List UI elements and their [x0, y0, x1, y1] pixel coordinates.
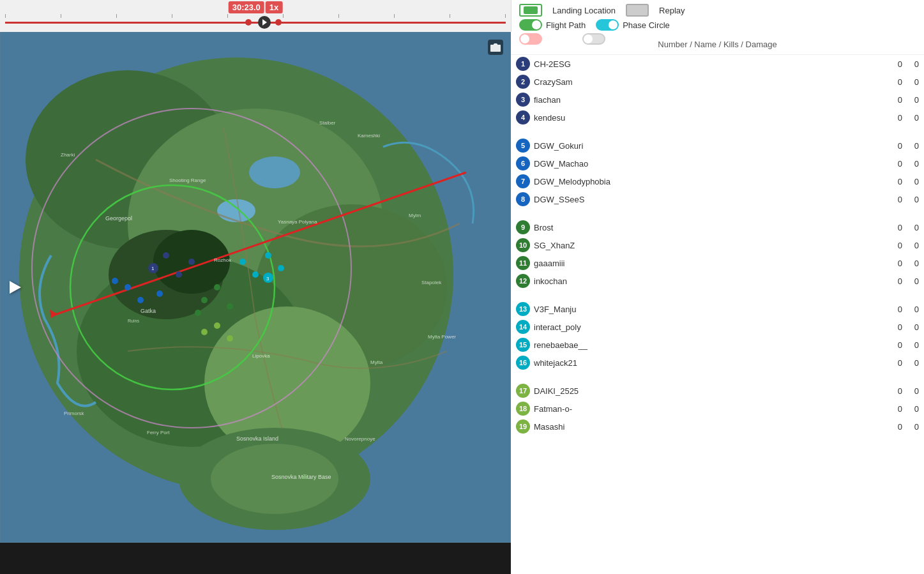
flight-path-toggle[interactable]	[519, 19, 542, 31]
timeline-track[interactable]	[5, 17, 506, 28]
player-name: DGW_Machao	[534, 159, 886, 169]
tick-4	[172, 14, 172, 18]
player-row[interactable]: 13V3F_Manju00	[511, 300, 924, 318]
is-dead-knob	[520, 34, 529, 43]
svg-point-36	[201, 329, 208, 335]
player-row[interactable]: 3fiachan00	[511, 91, 924, 109]
timeline-start-marker[interactable]	[245, 19, 252, 26]
svg-point-27	[214, 284, 220, 291]
svg-point-28	[195, 310, 201, 316]
player-kills: 0	[890, 95, 902, 105]
player-kills: 0	[890, 159, 902, 169]
player-damage: 0	[906, 404, 919, 414]
player-list[interactable]: Number / Name / Kills / Damage 1CH-2ESG0…	[511, 32, 924, 574]
replay-icon	[626, 4, 649, 17]
player-kills: 0	[890, 422, 902, 432]
player-kills: 0	[890, 223, 902, 232]
group-divider	[511, 295, 924, 300]
svg-text:Georgepol: Georgepol	[105, 215, 132, 222]
player-groups-container: 1CH-2ESG002CrazySam003fiachan004kendesu0…	[511, 55, 924, 435]
phase-circle-label: Phase Circle	[623, 20, 670, 30]
player-num-badge: 15	[516, 338, 530, 352]
svg-point-32	[265, 252, 271, 259]
svg-text:Mylta Power: Mylta Power	[428, 334, 456, 340]
player-row[interactable]: 5DGW_Gokuri00	[511, 137, 924, 155]
player-name: CrazySam	[534, 77, 886, 87]
player-row[interactable]: 15renebaebae__00	[511, 336, 924, 354]
player-row[interactable]: 17DAIKI_252500	[511, 382, 924, 400]
player-num-badge: 13	[516, 302, 530, 316]
svg-point-31	[252, 271, 259, 278]
player-name: CH-2ESG	[534, 59, 886, 69]
tick-10	[505, 14, 506, 18]
tick-9	[450, 14, 450, 18]
player-damage: 0	[906, 305, 919, 314]
svg-point-21	[188, 259, 195, 265]
map-area[interactable]: Georgepol Zharki Kameshki Stalber Rozhok…	[0, 32, 511, 543]
player-row[interactable]: 8DGW_SSeeS00	[511, 190, 924, 208]
player-name: SG_XhanZ	[534, 241, 886, 250]
player-row[interactable]: 7DGW_Melodyphobia00	[511, 172, 924, 190]
player-name: Brost	[534, 223, 886, 232]
map-play-button[interactable]	[8, 280, 23, 295]
svg-text:Mylta: Mylta	[370, 359, 383, 365]
player-row[interactable]: 12inkochan00	[511, 272, 924, 290]
player-kills: 0	[890, 177, 902, 186]
player-row[interactable]: 9Brost00	[511, 218, 924, 236]
player-row[interactable]: 14interact_poly00	[511, 318, 924, 336]
player-row[interactable]: 18Fatman-o-00	[511, 400, 924, 418]
player-row[interactable]: 16whitejack2100	[511, 354, 924, 372]
player-num-badge: 10	[516, 238, 530, 252]
player-name: interact_poly	[534, 322, 886, 332]
player-kills: 0	[890, 322, 902, 332]
is-dead-toggle[interactable]	[519, 33, 542, 45]
player-row[interactable]: 6DGW_Machao00	[511, 155, 924, 172]
player-num-badge: 2	[516, 75, 530, 89]
player-num-badge: 3	[516, 93, 530, 107]
player-kills: 0	[890, 113, 902, 123]
player-group-1: 1CH-2ESG002CrazySam003fiachan004kendesu0…	[511, 55, 924, 126]
player-damage: 0	[906, 276, 919, 286]
player-name: renebaebae__	[534, 340, 886, 350]
svg-text:Sosnovka Island: Sosnovka Island	[236, 435, 278, 442]
player-num-badge: 18	[516, 402, 530, 416]
svg-text:Rozhok: Rozhok	[214, 257, 232, 263]
svg-point-23	[137, 297, 144, 303]
player-row[interactable]: 11gaaamiii00	[511, 254, 924, 272]
player-row[interactable]: 10SG_XhanZ00	[511, 236, 924, 254]
player-num-badge: 6	[516, 156, 530, 170]
group-divider	[511, 132, 924, 137]
phase-circle-toggle[interactable]	[596, 19, 619, 31]
player-name: gaaamiii	[534, 259, 886, 268]
player-name: Fatman-o-	[534, 404, 886, 414]
player-name: kendesu	[534, 113, 886, 123]
tracking-line-toggle[interactable]	[582, 33, 605, 45]
timeline-play-button[interactable]	[258, 16, 271, 29]
player-name: DAIKI_2525	[534, 386, 886, 396]
main-content: Georgepol Zharki Kameshki Stalber Rozhok…	[0, 32, 924, 574]
tick-7	[338, 14, 339, 18]
player-num-badge: 11	[516, 256, 530, 270]
timeline-ticks	[5, 11, 506, 18]
svg-text:Kameshki: Kameshki	[358, 133, 380, 139]
svg-text:Novorepnoye: Novorepnoye	[345, 436, 375, 442]
player-row[interactable]: 1CH-2ESG00	[511, 55, 924, 73]
timeline-end-marker[interactable]	[275, 19, 282, 26]
player-name: DGW_SSeeS	[534, 195, 886, 204]
camera-icon[interactable]	[488, 40, 503, 55]
svg-text:Mylm: Mylm	[409, 213, 421, 218]
player-damage: 0	[906, 386, 919, 396]
svg-point-34	[214, 322, 220, 329]
player-name: DGW_Melodyphobia	[534, 177, 886, 186]
player-row[interactable]: 4kendesu00	[511, 109, 924, 126]
player-row[interactable]: 19Masashi00	[511, 418, 924, 435]
svg-text:Shooting Range: Shooting Range	[169, 177, 206, 183]
player-kills: 0	[890, 276, 902, 286]
landing-location-indicator	[519, 4, 542, 17]
player-damage: 0	[906, 422, 919, 432]
svg-point-9	[249, 156, 300, 188]
player-group-4: 13V3F_Manju0014interact_poly0015renebaeb…	[511, 300, 924, 372]
player-row[interactable]: 2CrazySam00	[511, 73, 924, 91]
svg-point-20	[176, 271, 182, 278]
player-name: whitejack21	[534, 358, 886, 368]
